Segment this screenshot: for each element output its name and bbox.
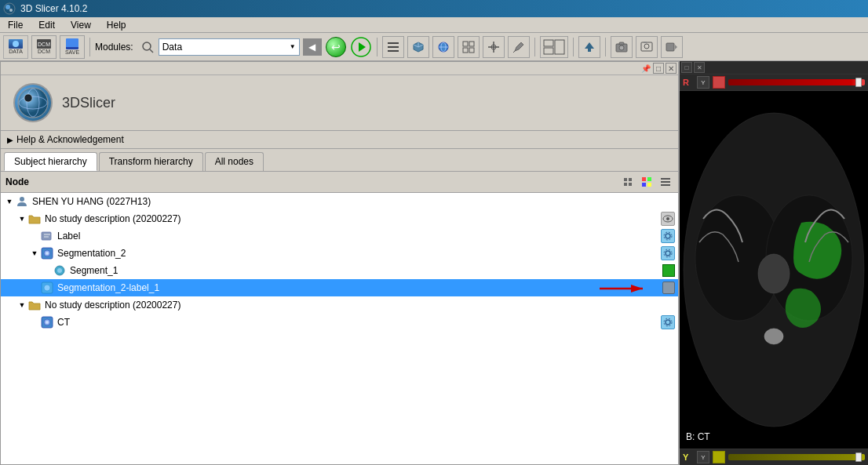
filter-icon[interactable] [620, 174, 636, 190]
gear-icon-ct [662, 317, 673, 328]
action-gear-ct[interactable] [661, 315, 675, 329]
red-arrow-indicator [592, 281, 655, 299]
grid-button[interactable] [458, 36, 480, 58]
svg-rect-20 [469, 48, 474, 53]
menu-edit[interactable]: Edit [34, 19, 60, 31]
search-modules-button[interactable] [140, 36, 155, 58]
module-arrow-fwd[interactable] [350, 36, 372, 58]
menu-view[interactable]: View [66, 19, 96, 31]
svg-rect-50 [661, 178, 670, 180]
data-button[interactable]: DATA [3, 35, 28, 59]
tree-node-ct[interactable]: ▶ CT [1, 314, 678, 331]
menu-help[interactable]: Help [102, 19, 131, 31]
tree-node-study-1[interactable]: ▼ No study description (20200227) [1, 210, 678, 227]
module-forward-green[interactable]: ↩ [325, 36, 347, 58]
svg-point-41 [24, 94, 32, 102]
record-button[interactable] [661, 36, 683, 58]
save-button[interactable]: SAVE [60, 35, 85, 59]
tab-subject-hierarchy[interactable]: Subject hierarchy [4, 152, 97, 171]
svg-rect-35 [644, 42, 647, 43]
camera-button[interactable] [611, 36, 633, 58]
more-options-icon[interactable] [658, 174, 673, 190]
node-label-seg2: Segmentation_2 [57, 248, 126, 259]
viewer-close-btn[interactable]: ✕ [694, 62, 705, 73]
close-button[interactable]: ✕ [666, 63, 677, 74]
tabs-row: Subject hierarchy Transform hierarchy Al… [1, 149, 678, 172]
expand-icon-study1[interactable]: ▼ [16, 213, 27, 224]
logo-text: 3DSlicer [62, 95, 115, 111]
tree-node-seg2-label1[interactable]: ▶ Segmentation_2-label_1 [1, 279, 678, 296]
svg-rect-7 [388, 42, 399, 44]
red-slider-row: R Y [680, 74, 868, 91]
tree-header-label: Node [5, 176, 29, 187]
gear-icon-label [662, 231, 673, 242]
expand-icon-study2[interactable]: ▼ [16, 300, 27, 311]
svg-rect-26 [555, 40, 564, 54]
green-square-segment1[interactable] [662, 264, 675, 277]
cube-button[interactable] [407, 36, 429, 58]
folder-icon-2 [27, 298, 42, 312]
color-table-icon[interactable] [639, 174, 655, 190]
node-actions-study1 [661, 212, 675, 226]
panel-top-bar: 📌 □ ✕ [1, 62, 678, 75]
svg-point-1 [5, 5, 10, 9]
module-back-button[interactable]: ◀ [303, 38, 322, 56]
red-pin-btn[interactable]: Y [697, 76, 709, 89]
red-label: R [683, 78, 694, 87]
node-actions-segment1 [662, 264, 675, 277]
visibility-button-study1[interactable] [661, 212, 675, 226]
action-gear-seg2[interactable] [661, 246, 675, 260]
tree-node-segmentation2[interactable]: ▼ Segmentation_2 [1, 245, 678, 262]
red-slider-track[interactable] [728, 79, 865, 85]
tab-all-nodes[interactable]: All nodes [205, 152, 264, 171]
pen-button[interactable] [508, 36, 530, 58]
viewer-pin-btn[interactable]: □ [681, 62, 692, 73]
tree-header-icons [620, 174, 673, 190]
main-layout: 📌 □ ✕ [0, 61, 868, 465]
arrow-up-button[interactable] [578, 36, 600, 58]
svg-point-67 [57, 268, 62, 273]
pin-button[interactable]: 📌 [640, 63, 651, 74]
action-gear-label[interactable] [661, 229, 675, 243]
svg-rect-44 [624, 183, 627, 186]
svg-point-74 [46, 321, 49, 324]
node-label-ct: CT [57, 317, 70, 328]
tree-node-study-2[interactable]: ▼ No study description (20200227) [1, 296, 678, 314]
tab-transform-hierarchy[interactable]: Transform hierarchy [99, 152, 203, 171]
expand-icon[interactable]: ▼ [4, 196, 15, 207]
menu-file[interactable]: File [3, 19, 27, 31]
node-actions-ct [661, 315, 675, 329]
tree-node-segment1[interactable]: ▶ Segment_1 [1, 262, 678, 279]
node-label-study2: No study description (20200227) [45, 300, 181, 311]
grey-square-seg2-label1[interactable] [662, 282, 675, 294]
screenshot-button[interactable] [636, 36, 658, 58]
node-label-seg2-label1: Segmentation_2-label_1 [57, 282, 159, 293]
modules-dropdown[interactable]: Data ▼ [159, 38, 300, 56]
layout-button[interactable] [540, 36, 568, 58]
maximize-button[interactable]: □ [653, 63, 664, 74]
dcm-button[interactable]: DCM DCM [31, 35, 57, 59]
node-actions-seg2 [661, 246, 675, 260]
title-bar: 3D Slicer 4.10.2 [0, 0, 868, 17]
help-label: Help & Acknowledgement [16, 134, 124, 145]
svg-point-79 [764, 329, 783, 344]
help-toggle-button[interactable]: ▶ [7, 136, 13, 144]
svg-line-4 [150, 49, 153, 53]
tree-node-shen-yu-hang[interactable]: ▼ SHEN YU HANG (0227H13) [1, 193, 678, 210]
crosshair-button[interactable] [483, 36, 505, 58]
list-view-button[interactable] [382, 36, 404, 58]
globe-button[interactable] [432, 36, 454, 58]
logo-svg [17, 87, 49, 118]
dropdown-arrow: ▼ [290, 43, 296, 50]
toolbar: DATA DCM DCM SAVE Modules: Data ▼ ◀ ↩ [0, 33, 868, 61]
expand-icon-seg2[interactable]: ▼ [29, 248, 40, 259]
segment-icon [53, 263, 67, 278]
yellow-pin-btn[interactable]: Y [697, 451, 709, 463]
gear-icon-seg2 [662, 248, 673, 259]
separator-5 [605, 38, 606, 56]
left-panel: 📌 □ ✕ [0, 61, 680, 465]
tree-node-label[interactable]: ▶ Label [1, 227, 678, 245]
yellow-slider-thumb[interactable] [855, 452, 862, 462]
yellow-slider-track[interactable] [728, 454, 865, 460]
red-slider-thumb[interactable] [855, 78, 862, 87]
